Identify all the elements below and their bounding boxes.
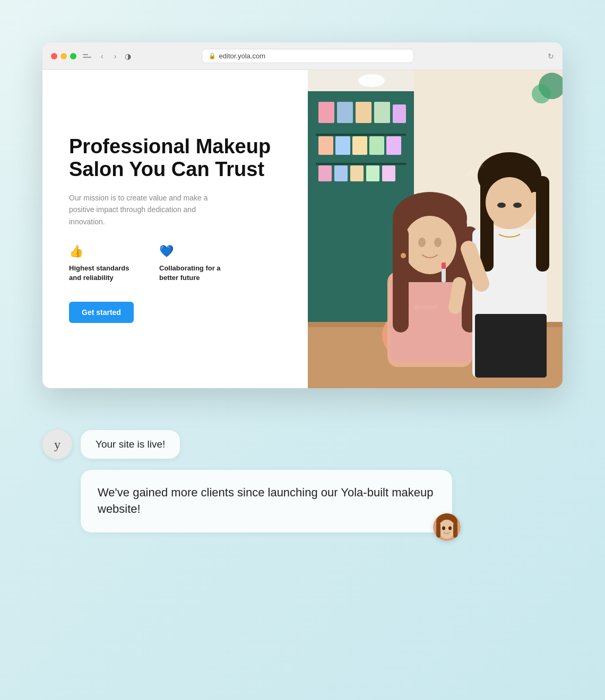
svg-point-54 — [532, 84, 551, 103]
website-content: Professional Makeup Salon You Can Trust … — [42, 70, 563, 388]
svg-point-48 — [513, 203, 522, 208]
reload-icon[interactable]: ↻ — [548, 52, 554, 60]
svg-point-3 — [358, 74, 385, 87]
minimize-button[interactable] — [60, 53, 67, 59]
feature-1-label: Highest standards and reliability — [69, 264, 138, 283]
feature-2: 💙 Collaborating for a better future — [159, 244, 228, 283]
maximize-button[interactable] — [70, 53, 76, 59]
browser-window: ‹ › ◑ 🔒 editor.yola.com ↻ Professional M… — [42, 42, 563, 388]
traffic-lights — [51, 53, 76, 59]
svg-rect-8 — [374, 102, 390, 123]
user-avatar-svg — [433, 513, 461, 541]
browser-controls — [83, 54, 92, 58]
svg-rect-52 — [442, 262, 446, 269]
feature-1: 👍 Highest standards and reliability — [69, 244, 138, 283]
svg-point-46 — [486, 177, 533, 228]
svg-rect-17 — [318, 165, 332, 181]
svg-rect-34 — [393, 226, 409, 332]
svg-point-62 — [442, 526, 445, 530]
hero-subtitle: Our mission is to create value and make … — [69, 192, 218, 228]
svg-rect-15 — [386, 136, 401, 155]
salon-svg: unsplash @unsplash — [308, 70, 563, 388]
svg-rect-18 — [334, 165, 348, 181]
chat-bubble-2-text: We've gained more clients since launchin… — [98, 486, 433, 515]
svg-rect-10 — [316, 134, 406, 136]
svg-rect-13 — [352, 136, 367, 155]
chat-row-1: y Your site is live! — [42, 430, 563, 459]
svg-rect-9 — [393, 104, 406, 123]
brightness-icon: ◑ — [125, 52, 131, 60]
svg-rect-19 — [350, 165, 364, 181]
back-button[interactable]: ‹ — [99, 51, 106, 62]
svg-point-37 — [434, 238, 442, 247]
hero-image-container: unsplash @unsplash — [308, 70, 563, 388]
svg-rect-60 — [436, 523, 440, 538]
sidebar-toggle-icon[interactable] — [83, 54, 92, 58]
svg-rect-12 — [335, 136, 350, 155]
user-avatar — [433, 513, 461, 541]
hero-left: Professional Makeup Salon You Can Trust … — [42, 70, 308, 388]
svg-rect-7 — [356, 102, 371, 123]
chat-section: y Your site is live! We've gained more c… — [42, 430, 563, 532]
svg-point-47 — [497, 203, 506, 208]
heart-icon: 💙 — [159, 244, 228, 258]
svg-rect-6 — [337, 102, 353, 123]
chat-bubble-2: We've gained more clients since launchin… — [81, 470, 452, 532]
thumbsup-icon: 👍 — [69, 244, 138, 258]
svg-point-59 — [438, 520, 455, 539]
chat-bubble-1: Your site is live! — [81, 430, 180, 459]
address-bar[interactable]: 🔒 editor.yola.com — [202, 49, 414, 63]
svg-rect-44 — [536, 176, 549, 272]
svg-point-63 — [448, 526, 452, 530]
url-text: editor.yola.com — [219, 52, 265, 60]
svg-point-36 — [418, 238, 426, 247]
yola-avatar: y — [42, 430, 72, 459]
svg-rect-61 — [453, 523, 457, 538]
svg-rect-40 — [475, 314, 547, 378]
hero-title: Professional Makeup Salon You Can Trust — [69, 135, 281, 181]
close-button[interactable] — [51, 53, 57, 59]
svg-rect-5 — [318, 102, 334, 123]
chat-row-2: We've gained more clients since launchin… — [81, 470, 452, 532]
browser-chrome: ‹ › ◑ 🔒 editor.yola.com ↻ — [42, 42, 563, 70]
svg-text:@unsplash: @unsplash — [414, 304, 438, 310]
svg-point-33 — [403, 216, 456, 274]
svg-rect-14 — [369, 136, 384, 155]
forward-button[interactable]: › — [112, 51, 119, 62]
svg-rect-16 — [316, 163, 406, 165]
svg-rect-11 — [318, 136, 333, 155]
feature-2-label: Collaborating for a better future — [159, 264, 228, 283]
get-started-button[interactable]: Get started — [69, 302, 134, 323]
svg-rect-21 — [382, 165, 395, 181]
hero-image: unsplash @unsplash — [308, 70, 563, 388]
chat-bubble-1-text: Your site is live! — [96, 439, 165, 450]
svg-rect-20 — [366, 165, 379, 181]
svg-point-38 — [401, 253, 406, 258]
browser-actions: ↻ — [548, 52, 554, 60]
features-row: 👍 Highest standards and reliability 💙 Co… — [69, 244, 281, 283]
lock-icon: 🔒 — [209, 52, 216, 59]
